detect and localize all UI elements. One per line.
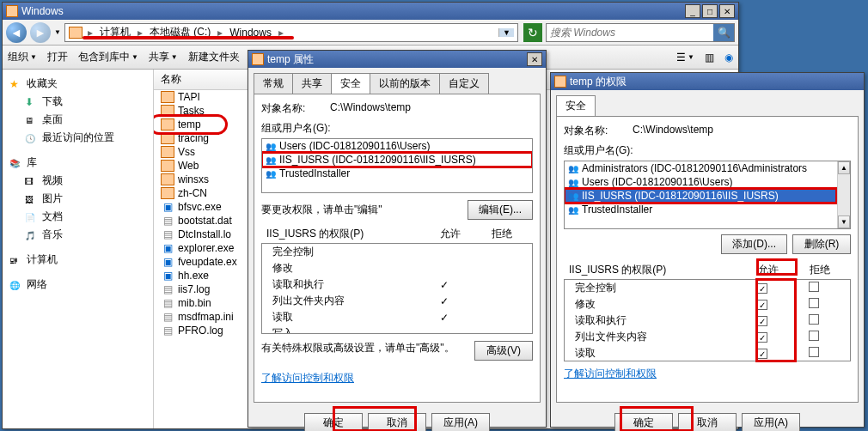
view-button[interactable]: ☰▼ [676,52,694,64]
tab-general[interactable]: 常规 [254,73,293,94]
search-button[interactable]: 🔍 [713,24,734,41]
group-users-label: 组或用户名(G): [564,143,851,158]
nav-documents[interactable]: 文档 [3,208,153,226]
search-box[interactable]: 🔍 [546,23,735,42]
annotation-redline [83,36,294,39]
nav-computer[interactable]: 计算机 [3,251,153,269]
allow-cell: ✓ [419,295,470,307]
nav-recent[interactable]: 最近访问的位置 [3,129,153,147]
perm-name: 读取和执行 [272,277,419,292]
file-name: PFRO.log [178,325,223,337]
add-button[interactable]: 添加(D)... [721,234,787,254]
permissions-titlebar[interactable]: temp 的权限 [551,73,864,90]
allow-checkbox[interactable] [757,316,767,326]
properties-titlebar[interactable]: temp 属性 ✕ [248,51,546,68]
video-icon [25,175,39,187]
open-button[interactable]: 打开 [47,50,68,64]
close-button[interactable]: ✕ [719,4,735,18]
file-name: Tasks [178,105,205,117]
dialog-buttons: 确定 取消 应用(A) [248,408,546,431]
nav-videos[interactable]: 视频 [3,172,153,190]
nav-libraries[interactable]: 库 [3,154,153,172]
organize-menu[interactable]: 组织▼ [8,50,37,64]
search-input[interactable] [547,27,713,39]
back-button[interactable]: ◄ [6,22,27,43]
tab-security[interactable]: 安全 [331,73,370,94]
users-icon [568,162,578,174]
tab-custom[interactable]: 自定义 [439,73,489,94]
user-list[interactable]: Administrators (IDC-01812090116\Administ… [564,161,851,229]
maximize-button[interactable]: □ [702,4,718,18]
apply-button[interactable]: 应用(A) [431,413,490,431]
edit-button[interactable]: 编辑(E)... [468,200,533,220]
nav-network[interactable]: 网络 [3,276,153,294]
list-item[interactable]: Users (IDC-01812090116\Users) [565,175,850,189]
file-name: explorer.exe [178,242,234,254]
deny-checkbox[interactable] [809,331,819,341]
group-users-label: 组或用户名(G): [261,121,533,136]
deny-checkbox[interactable] [809,282,819,292]
allow-checkbox[interactable] [757,283,767,294]
advanced-button[interactable]: 高级(V) [474,341,533,361]
ok-button[interactable]: 确定 [304,413,363,431]
apply-button[interactable]: 应用(A) [742,413,800,431]
nav-downloads[interactable]: 下载 [3,93,153,111]
help-button[interactable]: ◉ [724,52,733,64]
nav-pictures[interactable]: 图片 [3,190,153,208]
tab-security[interactable]: 安全 [556,95,596,116]
user-list[interactable]: Users (IDC-01812090116\Users) IIS_IUSRS … [261,138,533,193]
tab-share[interactable]: 共享 [292,73,332,94]
preview-pane-button[interactable]: ▥ [705,52,714,64]
learn-link[interactable]: 了解访问控制和权限 [564,367,657,381]
history-dropdown[interactable]: ▼ [54,28,61,36]
perm-name: 修改 [272,261,419,276]
users-icon [568,190,578,202]
folder-icon [161,105,174,117]
tab-previous[interactable]: 以前的版本 [370,73,440,94]
explorer-titlebar[interactable]: Windows _ □ ✕ [3,3,738,20]
list-item[interactable]: Administrators (IDC-01812090116\Administ… [565,161,850,175]
learn-link[interactable]: 了解访问控制和权限 [261,371,354,385]
address-bar[interactable]: ▸ 计算机 ▸ 本地磁盘 (C:) ▸ Windows ▸ ▼ [64,23,518,42]
include-library-menu[interactable]: 包含到库中▼ [78,50,138,64]
deny-checkbox[interactable] [809,314,819,325]
allow-checkbox[interactable] [757,332,767,343]
scroll-down[interactable]: ▼ [838,216,850,228]
remove-button[interactable]: 删除(R) [792,234,851,254]
permissions-header: IIS_IUSRS 的权限(P) [266,227,425,241]
folder-icon [161,118,174,131]
users-icon [568,176,578,188]
file-name: winsxs [178,173,209,185]
list-item[interactable]: TrustedInstaller [565,203,850,216]
nav-music[interactable]: 音乐 [3,226,153,244]
folder-icon [161,173,174,185]
new-folder-button[interactable]: 新建文件夹 [188,50,240,64]
perm-name: 完全控制 [272,245,419,259]
cancel-button[interactable]: 取消 [678,413,737,431]
folder-icon [161,91,174,103]
cancel-button[interactable]: 取消 [368,413,426,431]
allow-cell: ✓ [419,312,470,324]
forward-button[interactable]: ► [30,22,51,43]
ok-button[interactable]: 确定 [614,413,673,431]
allow-checkbox[interactable] [757,349,767,359]
dialog-title: temp 属性 [267,52,527,67]
network-icon [9,279,23,291]
list-item[interactable]: IIS_IUSRS (IDC-01812090116\IIS_IUSRS) [565,189,850,203]
user-text: Users (IDC-01812090116\Users) [582,176,732,188]
deny-checkbox[interactable] [809,347,819,357]
close-button[interactable]: ✕ [527,52,542,66]
perm-row: 完全控制 [565,280,850,296]
nav-favorites[interactable]: 收藏夹 [3,75,153,93]
nav-pane: 收藏夹 下载 桌面 最近访问的位置 库 视频 图片 文档 音乐 计算机 网络 [3,70,154,428]
allow-checkbox[interactable] [757,300,767,310]
address-dropdown[interactable]: ▼ [498,28,514,37]
scroll-up[interactable]: ▲ [838,161,850,174]
deny-checkbox[interactable] [809,298,819,308]
user-text: TrustedInstaller [582,203,652,216]
permissions-dialog: temp 的权限 安全 对象名称:C:\Windows\temp 组或用户名(G… [550,72,865,428]
share-menu[interactable]: 共享▼ [149,50,178,64]
nav-desktop[interactable]: 桌面 [3,111,153,129]
minimize-button[interactable]: _ [685,4,700,18]
refresh-button[interactable]: ↻ [523,23,542,42]
